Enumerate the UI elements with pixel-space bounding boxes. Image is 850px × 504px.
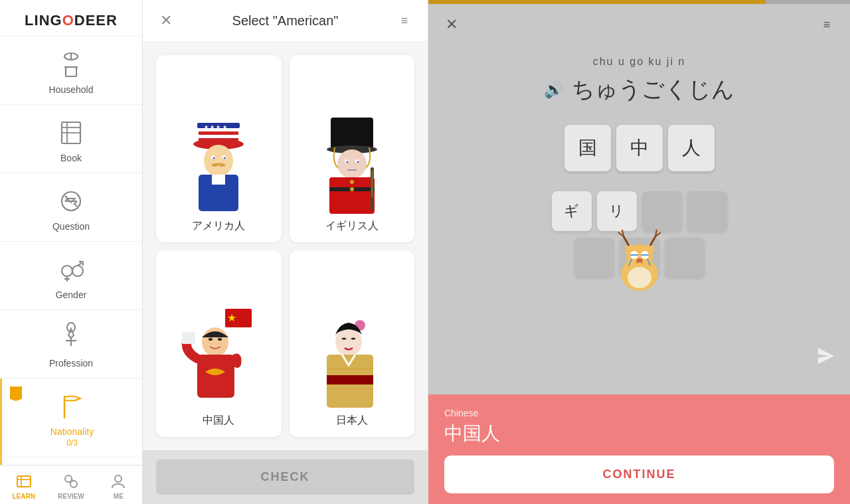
kana-tile-ri-text: リ [609,201,624,221]
sidebar-item-book-label: Book [60,153,82,163]
svg-point-90 [628,267,651,288]
svg-point-57 [350,180,354,184]
book-icon [55,117,87,149]
modal-menu-button[interactable]: ≡ [394,11,414,31]
bottom-nav: LEARN REVIEW ME [0,465,142,504]
sidebar-items: Household Book [0,37,142,465]
british-card-label: イギリス人 [325,219,379,233]
japanese-character-art [298,305,407,408]
svg-point-64 [209,338,212,341]
modal-footer: CHECK [143,450,428,504]
svg-rect-35 [199,128,238,131]
nav-review[interactable]: REVIEW [47,465,94,504]
svg-point-65 [218,338,222,341]
svg-line-82 [650,236,655,246]
svg-text:★: ★ [227,312,236,323]
learn-icon [15,472,33,491]
logo-o: O [62,12,74,29]
modal-header: ✕ Select "American" ≡ [143,0,428,42]
sidebar-item-household-label: Household [49,84,94,95]
svg-point-10 [62,266,72,276]
american-character-art: ★ ★ ★ ★ [164,111,274,214]
sidebar-item-profession[interactable]: Profession [0,310,142,378]
nav-me[interactable]: ME [95,465,142,504]
japanese-word-area: 🔊 ちゅうごくじん [544,74,734,105]
kanji-tiles: 国 中 人 [564,125,715,171]
nationality-card-american[interactable]: ★ ★ ★ ★ [156,55,282,242]
nationality-modal: ✕ Select "American" ≡ ★ ★ ★ ★ [143,0,428,504]
speaker-icon[interactable]: 🔊 [544,80,564,99]
quiz-close-button[interactable]: ✕ [442,15,462,35]
chinese-character-art: ★ [164,305,274,408]
svg-marker-17 [68,329,74,338]
nationality-card-chinese[interactable]: ★ [156,250,282,438]
sidebar-item-nationality-progress: 0/3 [66,438,78,448]
nationality-grid: ★ ★ ★ ★ [143,42,428,450]
svg-point-29 [115,475,122,482]
question-icon [55,185,87,217]
nationality-card-british[interactable]: イギリス人 [290,55,415,242]
kana-tile-empty-2[interactable] [687,191,727,231]
kanji-tile-1-text: 国 [578,135,597,161]
household-icon [55,48,87,80]
svg-point-26 [65,475,72,482]
kanji-tile-3[interactable]: 人 [668,125,715,171]
japanese-word: ちゅうごくじん [572,74,734,105]
sidebar-item-gender-label: Gender [56,290,87,300]
japanese-card-label: 日本人 [336,414,368,428]
deer-mascot [600,224,679,297]
svg-line-14 [78,263,82,266]
svg-point-70 [335,327,362,357]
continue-button[interactable]: CONTINUE [444,456,834,493]
kana-tile-gi[interactable]: ギ [552,191,592,231]
svg-rect-66 [197,355,234,398]
svg-rect-0 [66,67,76,76]
svg-rect-38 [199,138,238,141]
sidebar-item-household[interactable]: Household [0,37,142,105]
modal-close-button[interactable]: ✕ [156,11,176,31]
progress-bar-container [428,0,850,4]
svg-point-42 [213,157,215,159]
kanji-tile-3-text: 人 [682,135,701,161]
svg-point-13 [72,266,83,276]
nav-learn-label: LEARN [12,493,35,500]
quiz-menu-button[interactable]: ≡ [817,15,837,35]
nationality-icon [56,390,88,422]
sidebar-item-question-label: Question [52,221,90,232]
sidebar-item-profession-label: Profession [49,358,93,369]
svg-rect-72 [327,375,373,384]
me-icon [109,472,128,491]
nationality-card-japanese[interactable]: 日本人 [290,250,415,438]
sidebar-item-nationality[interactable]: Nationality 0/3 [0,378,142,458]
sidebar-item-book[interactable]: Book [0,105,142,173]
svg-rect-36 [199,131,238,135]
bookmark-badge [10,386,22,401]
check-button[interactable]: CHECK [156,460,414,495]
kana-tile-gi-text: ギ [564,201,579,221]
review-icon [62,472,80,491]
svg-point-39 [204,145,233,177]
sidebar-item-gender[interactable]: Gender [0,242,142,310]
sidebar-item-nationality-label: Nationality [50,426,94,437]
nav-review-label: REVIEW [58,493,84,500]
profession-icon [55,322,87,354]
left-sidebar: LINGODEER Household [0,0,143,504]
quiz-content: chu u go ku ji n 🔊 ちゅうごくじん 国 中 人 ギ リ [428,45,850,394]
quiz-header: ✕ ≡ [428,0,850,45]
svg-point-53 [357,161,359,163]
sidebar-item-alphabet[interactable]: A Alphabet [0,458,142,465]
svg-point-27 [70,481,77,487]
svg-point-52 [346,161,348,163]
svg-rect-60 [371,171,373,197]
svg-rect-37 [199,135,238,138]
send-icon[interactable] [815,345,837,371]
kanji-tile-2[interactable]: 中 [616,125,663,171]
nav-learn[interactable]: LEARN [0,465,47,504]
progress-bar-fill [428,0,766,4]
logo: LINGODEER [25,12,118,29]
svg-rect-67 [182,332,195,344]
gender-icon [55,254,87,286]
kanji-tile-1[interactable]: 国 [564,125,611,171]
sidebar-item-question[interactable]: Question [0,173,142,242]
british-character-art [298,111,407,214]
